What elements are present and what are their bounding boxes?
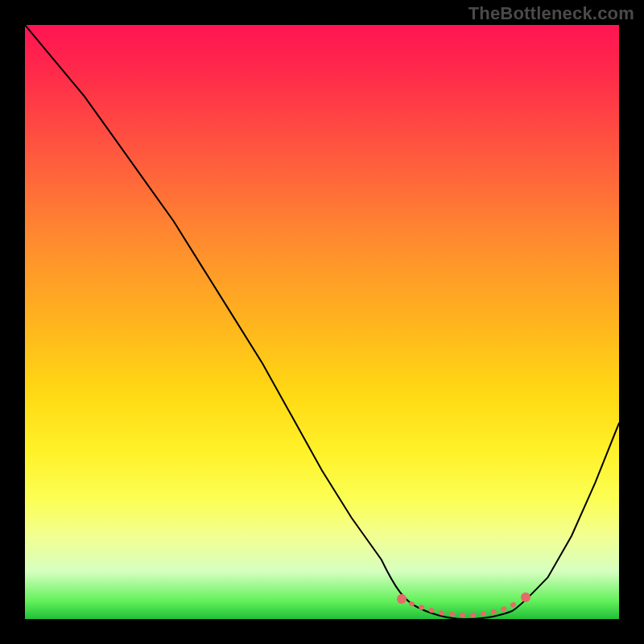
watermark-text: TheBottleneck.com <box>469 3 634 24</box>
bottleneck-curve <box>25 25 619 619</box>
plot-area <box>25 25 619 619</box>
marker-right <box>521 592 530 602</box>
curve-layer <box>25 25 619 619</box>
marker-left <box>397 594 407 604</box>
optimum-band <box>411 601 519 615</box>
chart-frame: TheBottleneck.com <box>0 0 644 644</box>
